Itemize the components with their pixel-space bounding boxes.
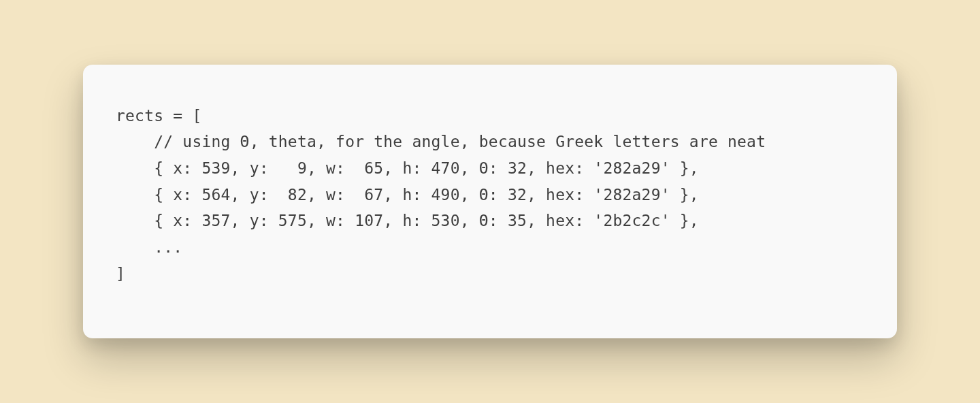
code-line: { x: 564, y: 82, w: 67, h: 490, Θ: 32, h… <box>116 186 699 204</box>
code-line: ] <box>116 265 125 283</box>
code-line: ... <box>116 238 182 256</box>
code-block: rects = [ // using Θ, theta, for the ang… <box>116 103 864 287</box>
code-line: { x: 357, y: 575, w: 107, h: 530, Θ: 35,… <box>116 212 699 229</box>
code-line: // using Θ, theta, for the angle, becaus… <box>116 133 766 150</box>
code-line: { x: 539, y: 9, w: 65, h: 470, Θ: 32, he… <box>116 159 699 177</box>
code-block-card: rects = [ // using Θ, theta, for the ang… <box>83 65 897 338</box>
code-line: rects = [ <box>116 107 201 125</box>
